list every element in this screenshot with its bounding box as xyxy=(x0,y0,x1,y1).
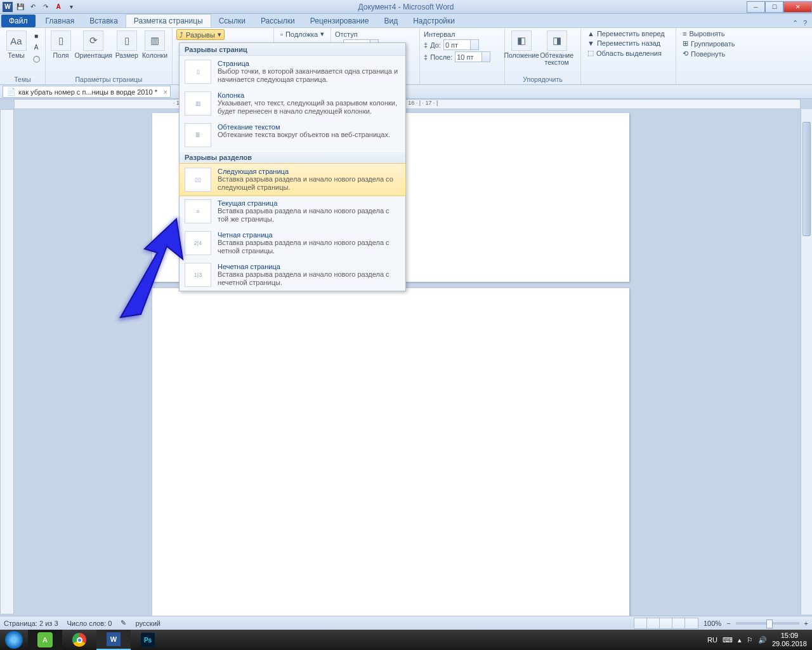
group-themes-label: Темы xyxy=(4,75,41,84)
margins-button[interactable]: ▯Поля xyxy=(49,29,72,60)
themes-button[interactable]: AaТемы xyxy=(4,29,29,60)
orientation-icon: ⟳ xyxy=(83,30,103,51)
tab-mailings[interactable]: Рассылки xyxy=(253,15,303,27)
columns-button[interactable]: ▥Колонки xyxy=(141,29,168,60)
next-page-break-icon: ▯▯ xyxy=(185,168,211,192)
minimize-ribbon-icon[interactable]: ⌃ xyxy=(792,19,798,27)
group-button[interactable]: ⊞Группировать xyxy=(680,39,738,48)
close-tab-icon[interactable]: × xyxy=(164,88,167,96)
close-button[interactable]: ✕ xyxy=(783,1,812,13)
tab-file[interactable]: Файл xyxy=(1,15,36,27)
send-backward-button[interactable]: ▼Переместить назад xyxy=(585,39,667,48)
document-tab[interactable]: 📄 как убрать номер с п...ницы в ворде 20… xyxy=(3,86,171,98)
status-language[interactable]: русский xyxy=(135,620,160,627)
theme-effects-icon[interactable]: ◯ xyxy=(31,53,41,63)
word-doc-icon: 📄 xyxy=(7,88,16,96)
selection-pane-button[interactable]: ⬚Область выделения xyxy=(585,48,667,58)
tray-volume-icon[interactable]: 🔊 xyxy=(758,636,767,644)
view-print-button[interactable] xyxy=(634,618,647,628)
tab-view[interactable]: Вид xyxy=(376,15,405,27)
tab-addins[interactable]: Надстройки xyxy=(405,15,462,27)
taskbar: A W Ps RU ⌨ ▴ ⚐ 🔊 15:09 29.06.2018 xyxy=(0,630,812,650)
vertical-ruler[interactable] xyxy=(0,109,14,614)
quick-access-toolbar: W 💾 ↶ ↷ A ▾ xyxy=(0,2,79,12)
zoom-out-button[interactable]: − xyxy=(726,620,730,627)
horizontal-ruler[interactable]: · 1 · | · 2 · | · 3 · | · 4 · | · 5 · | … xyxy=(14,99,801,109)
tray-clock[interactable]: 15:09 29.06.2018 xyxy=(772,632,807,648)
undo-icon[interactable]: ↶ xyxy=(28,2,38,12)
status-words[interactable]: Число слов: 0 xyxy=(67,620,112,627)
tray-input-icon[interactable]: ⌨ xyxy=(723,636,733,644)
taskbar-app-1[interactable]: A xyxy=(28,630,62,650)
window-title: Документ4 - Microsoft Word xyxy=(358,3,454,11)
document-page-2[interactable] xyxy=(152,288,629,633)
tab-insert[interactable]: Вставка xyxy=(82,15,126,27)
dd-header-section-breaks: Разрывы разделов xyxy=(180,151,405,164)
word-icon: W xyxy=(3,2,13,12)
size-button[interactable]: ▯Размер xyxy=(114,29,139,60)
tab-page-layout[interactable]: Разметка страницы xyxy=(126,14,211,27)
dd-item-page[interactable]: ▯ СтраницаВыбор точки, в которой заканчи… xyxy=(180,56,405,88)
redo-icon[interactable]: ↷ xyxy=(41,2,51,12)
taskbar-word[interactable]: W xyxy=(96,630,131,650)
page-break-icon: ▯ xyxy=(185,60,211,84)
scroll-thumb[interactable] xyxy=(802,122,811,236)
dd-item-odd-page[interactable]: 1|3 Нечетная страницаВставка разрыва раз… xyxy=(180,259,405,291)
tab-home[interactable]: Главная xyxy=(38,15,82,27)
view-outline-button[interactable] xyxy=(672,618,685,628)
view-draft-button[interactable] xyxy=(685,618,698,628)
font-color-icon[interactable]: A xyxy=(53,2,63,12)
wrap-icon: ◨ xyxy=(547,30,567,51)
dd-item-column[interactable]: ▥ КолонкаУказывает, что текст, следующий… xyxy=(180,88,405,119)
space-after-icon: ‡ xyxy=(424,53,428,61)
group-arrange-label: Упорядочить xyxy=(509,75,577,84)
zoom-level[interactable]: 100% xyxy=(704,620,721,627)
vertical-scrollbar[interactable] xyxy=(801,109,812,614)
themes-icon: Aa xyxy=(6,30,27,51)
taskbar-photoshop[interactable]: Ps xyxy=(131,630,165,650)
taskbar-chrome[interactable] xyxy=(62,630,96,650)
qat-dropdown-icon[interactable]: ▾ xyxy=(66,2,76,12)
dd-item-next-page[interactable]: ▯▯ Следующая страницаВставка разрыва раз… xyxy=(179,163,406,196)
align-button[interactable]: ≡Выровнять xyxy=(680,29,738,38)
minimize-button[interactable]: ─ xyxy=(747,1,765,13)
rotate-button[interactable]: ⟲Повернуть xyxy=(680,49,738,58)
help-icon[interactable]: ? xyxy=(803,19,807,27)
dd-header-page-breaks: Разрывы страниц xyxy=(180,43,405,56)
status-bar: Страница: 2 из 3 Число слов: 0 ✎ русский… xyxy=(0,616,812,630)
view-web-button[interactable] xyxy=(660,618,672,628)
orientation-button[interactable]: ⟳Ориентация xyxy=(75,29,112,60)
view-read-button[interactable] xyxy=(647,618,660,628)
maximize-button[interactable]: ☐ xyxy=(765,1,783,13)
view-buttons xyxy=(634,618,698,629)
tray-arrow-icon[interactable]: ▴ xyxy=(738,636,742,644)
tab-references[interactable]: Ссылки xyxy=(211,15,253,27)
status-page[interactable]: Страница: 2 из 3 xyxy=(4,620,58,627)
theme-colors-icon[interactable]: ■ xyxy=(31,30,41,41)
theme-fonts-icon[interactable]: A xyxy=(31,42,41,52)
start-button[interactable] xyxy=(5,631,23,649)
position-button[interactable]: ◧Положение xyxy=(509,29,534,60)
dd-item-continuous[interactable]: ≡ Текущая страницаВставка разрыва раздел… xyxy=(180,196,405,227)
ribbon-tabs: Файл Главная Вставка Разметка страницы С… xyxy=(0,14,812,28)
space-after-input[interactable]: 10 пт xyxy=(455,51,490,62)
bring-forward-button[interactable]: ▲Переместить вперед xyxy=(585,29,667,38)
tab-review[interactable]: Рецензирование xyxy=(303,15,377,27)
breaks-button[interactable]: ⤴Разрывы ▾ xyxy=(176,29,225,40)
ribbon-help: ⌃ ? xyxy=(792,19,812,27)
space-before-input[interactable]: 0 пт xyxy=(443,39,479,50)
dd-item-even-page[interactable]: 2|4 Четная страницаВставка разрыва разде… xyxy=(180,227,405,259)
watermark-button[interactable]: ▫Подложка ▾ xyxy=(278,29,327,39)
zoom-slider[interactable] xyxy=(736,622,799,625)
zoom-in-button[interactable]: + xyxy=(804,620,808,627)
tray-lang[interactable]: RU xyxy=(707,636,717,644)
indent-label: Отступ xyxy=(335,30,358,38)
status-proofing-icon[interactable]: ✎ xyxy=(121,619,126,627)
margins-icon: ▯ xyxy=(51,30,71,51)
size-icon: ▯ xyxy=(117,30,137,51)
tray-flag-icon[interactable]: ⚐ xyxy=(747,636,753,644)
save-icon[interactable]: 💾 xyxy=(15,2,25,12)
wrap-text-button[interactable]: ◨Обтекание текстом xyxy=(537,29,577,67)
dd-item-text-wrapping[interactable]: ≣ Обтекание текстомОбтекание текста вокр… xyxy=(180,119,405,151)
document-tab-bar: 📄 как убрать номер с п...ницы в ворде 20… xyxy=(0,85,812,99)
